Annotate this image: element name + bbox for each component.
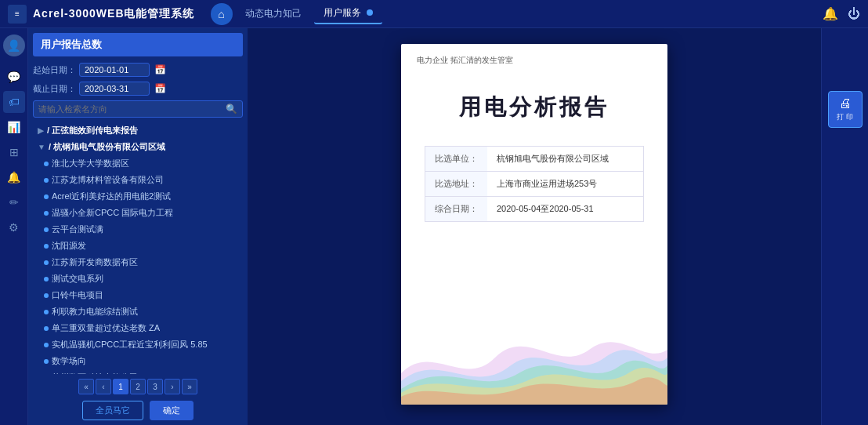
info-value: 上海市商业运用进场253号: [487, 172, 644, 197]
tree-item[interactable]: Acrel近利美好达的用电能2测试: [33, 188, 243, 205]
avatar: 👤: [3, 35, 25, 56]
table-row: 比选单位： 杭钢旭电气股份有限公司区域: [425, 147, 644, 172]
tree-item[interactable]: 实机温骚机CPCC工程近宝利利回风 5.85: [33, 336, 243, 353]
page-last-button[interactable]: »: [182, 379, 197, 394]
tree-item[interactable]: 数学场向: [33, 353, 243, 369]
info-label: 比选地址：: [425, 172, 488, 197]
end-date-row: 截止日期： 📅: [33, 82, 243, 96]
tree-item[interactable]: 苏州数覃科技本能公司: [33, 369, 243, 374]
tree-item[interactable]: 单三重双量超过优达老数 ZA: [33, 320, 243, 336]
info-label: 综合日期：: [425, 197, 488, 222]
main-layout: 👤 💬 🏷 📊 ⊞ 🔔 ✏ ⚙ 用户报告总数 起始日期： 📅 截止日期： 📅 🔍…: [0, 28, 868, 425]
tree-item[interactable]: 沈阳源发: [33, 238, 243, 254]
doc-wave-decoration: [401, 311, 667, 405]
sidebar-item-edit[interactable]: ✏: [3, 191, 25, 213]
page-first-button[interactable]: «: [78, 379, 94, 394]
home-button[interactable]: ⌂: [211, 3, 233, 25]
start-date-input[interactable]: [79, 63, 150, 77]
active-tab-indicator: [367, 9, 373, 16]
tree-item[interactable]: 江苏龙博材料管设备有限公司: [33, 172, 243, 188]
page-next-button[interactable]: ›: [165, 379, 180, 394]
tree-item[interactable]: 江苏新开发商数据有区: [33, 254, 243, 271]
page-prev-button[interactable]: ‹: [96, 379, 111, 394]
top-bar: ≡ Acrel-3000WEB电能管理系统 ⌂ 动态电力知己 用户服务 🔔 ⏻: [0, 0, 868, 28]
app-icon: ≡: [8, 5, 27, 24]
start-date-calendar-icon[interactable]: 📅: [154, 64, 166, 75]
search-box: 🔍: [33, 100, 243, 118]
confirm-button[interactable]: 确定: [150, 401, 193, 420]
table-row: 综合日期： 2020-05-04至2020-05-31: [425, 197, 644, 222]
nav-tab-dynamic[interactable]: 动态电力知己: [236, 4, 311, 24]
doc-header-text: 电力企业 拓汇清的发生管室: [401, 44, 667, 69]
sidebar-item-tag[interactable]: 🏷: [3, 91, 25, 113]
tree-item[interactable]: 温骚小全新CPCC 国际电力工程: [33, 205, 243, 221]
tree-item[interactable]: 云平台测试满: [33, 221, 243, 238]
page-3-button[interactable]: 3: [147, 379, 163, 394]
sidebar-item-settings[interactable]: ⚙: [3, 216, 25, 238]
alert-icon[interactable]: 🔔: [823, 6, 838, 21]
print-button[interactable]: 🖨 打 印: [828, 91, 863, 128]
doc-info-table: 比选单位： 杭钢旭电气股份有限公司区域 比选地址： 上海市商业运用进场253号 …: [425, 146, 644, 222]
main-content: 电力企业 拓汇清的发生管室 用电分析报告 比选单位： 杭钢旭电气股份有限公司区域…: [248, 28, 821, 425]
search-input[interactable]: [38, 104, 226, 114]
start-date-label: 起始日期：: [33, 64, 76, 76]
tree-item[interactable]: 测试交电系列: [33, 271, 243, 287]
nav-tab-user[interactable]: 用户服务: [314, 3, 382, 24]
info-label: 比选单位：: [425, 147, 488, 172]
page-2-button[interactable]: 2: [130, 379, 146, 394]
tree-item[interactable]: ▶ / 正弦能效到传电来报告: [33, 122, 243, 139]
end-date-label: 截止日期：: [33, 83, 76, 95]
info-value: 杭钢旭电气股份有限公司区域: [487, 147, 644, 172]
bottom-buttons: 全员马它 确定: [33, 401, 243, 420]
tree-list: ▶ / 正弦能效到传电来报告 ▼ / 杭钢旭电气股份有限公司区域 淮北大学大学数…: [33, 122, 243, 374]
left-panel: 用户报告总数 起始日期： 📅 截止日期： 📅 🔍 ▶ / 正弦能效到传电来报告 …: [28, 28, 248, 425]
page-1-button[interactable]: 1: [113, 379, 128, 394]
sidebar-item-chart[interactable]: 📊: [3, 116, 25, 138]
tree-item[interactable]: ▼ / 杭钢旭电气股份有限公司区域: [33, 139, 243, 155]
sidebar-item-chat[interactable]: 💬: [3, 66, 25, 88]
doc-title: 用电分析报告: [401, 69, 667, 138]
end-date-calendar-icon[interactable]: 📅: [154, 83, 166, 94]
tree-item[interactable]: 口铃牛电项目: [33, 287, 243, 303]
power-icon[interactable]: ⏻: [848, 7, 860, 21]
top-nav: ⌂ 动态电力知己 用户服务: [211, 3, 382, 25]
tree-item[interactable]: 利职教力电能综结测试: [33, 303, 243, 320]
table-row: 比选地址： 上海市商业运用进场253号: [425, 172, 644, 197]
document-preview: 电力企业 拓汇清的发生管室 用电分析报告 比选单位： 杭钢旭电气股份有限公司区域…: [401, 44, 667, 405]
sidebar-item-layers[interactable]: ⊞: [3, 141, 25, 163]
info-value: 2020-05-04至2020-05-31: [487, 197, 644, 222]
app-logo: ≡ Acrel-3000WEB电能管理系统: [8, 5, 195, 24]
app-title: Acrel-3000WEB电能管理系统: [33, 7, 195, 21]
panel-header: 用户报告总数: [33, 33, 243, 56]
home-icon: ⌂: [218, 8, 224, 20]
right-panel: 🖨 打 印: [821, 28, 868, 425]
end-date-input[interactable]: [79, 82, 150, 96]
cancel-button[interactable]: 全员马它: [82, 401, 143, 420]
print-label: 打 印: [837, 112, 853, 122]
tree-item[interactable]: 淮北大学大学数据区: [33, 155, 243, 172]
sidebar-icons: 👤 💬 🏷 📊 ⊞ 🔔 ✏ ⚙: [0, 28, 28, 425]
search-icon: 🔍: [226, 104, 237, 114]
pagination: « ‹ 1 2 3 › »: [33, 379, 243, 394]
start-date-row: 起始日期： 📅: [33, 63, 243, 77]
top-bar-right: 🔔 ⏻: [823, 6, 860, 21]
sidebar-item-bell[interactable]: 🔔: [3, 166, 25, 188]
print-icon: 🖨: [839, 96, 852, 111]
